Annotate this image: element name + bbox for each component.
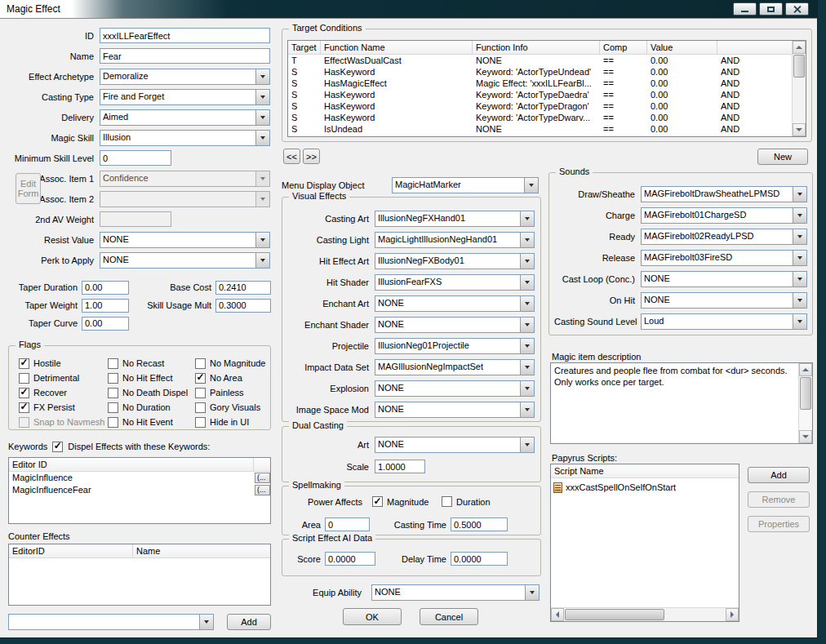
condition-row[interactable]: S HasKeyword Keyword: 'ActorTypeDwarv...…: [288, 112, 792, 123]
magic-skill-dropdown[interactable]: Illusion: [100, 130, 270, 146]
chevron-down-icon[interactable]: [520, 360, 534, 375]
flag-checkbox[interactable]: [108, 358, 118, 369]
assoc-item-2-dropdown[interactable]: [100, 191, 270, 207]
sound-dropdown[interactable]: MAGFirebolt03FireSD: [641, 250, 807, 266]
chevron-down-icon[interactable]: [525, 585, 539, 600]
sound-dropdown[interactable]: MAGFirebolt01ChargeSD: [641, 207, 807, 224]
scrollbar-thumb[interactable]: [800, 377, 811, 410]
chevron-down-icon[interactable]: [520, 381, 534, 396]
keyword-row[interactable]: MagicInfluenceFear (...: [9, 484, 270, 496]
condition-next-button[interactable]: >>: [303, 149, 320, 164]
chevron-down-icon[interactable]: [793, 251, 806, 265]
scroll-up-icon[interactable]: [799, 363, 812, 376]
column-header-name[interactable]: Name: [133, 544, 270, 557]
counter-effect-add-button[interactable]: Add: [227, 614, 271, 630]
scroll-down-icon[interactable]: [799, 430, 812, 443]
scrollbar-thumb[interactable]: [793, 55, 805, 78]
chevron-down-icon[interactable]: [524, 178, 538, 193]
visual-effect-dropdown[interactable]: IllusionNeg01Projectile: [375, 338, 535, 354]
visual-effect-dropdown[interactable]: IllusionFearFXS: [375, 274, 535, 291]
column-header-editorid[interactable]: EditorID: [9, 544, 133, 557]
script-add-button[interactable]: Add: [748, 467, 810, 483]
condition-row[interactable]: S HasKeyword Keyword: 'ActorTypeDragon' …: [288, 100, 792, 112]
chevron-down-icon[interactable]: [793, 314, 806, 329]
scroll-up-icon[interactable]: [793, 41, 806, 54]
column-header-blank[interactable]: [254, 458, 270, 471]
chevron-down-icon[interactable]: [520, 211, 534, 226]
name-input[interactable]: [100, 48, 270, 64]
sound-dropdown[interactable]: Loud: [641, 313, 807, 330]
score-input[interactable]: [325, 552, 375, 566]
visual-effect-dropdown[interactable]: MAGIllusionNegImpactSet: [375, 359, 535, 375]
delay-time-input[interactable]: [451, 552, 508, 566]
effect-archetype-dropdown[interactable]: Demoralize: [100, 69, 270, 85]
taper-duration-input[interactable]: [82, 281, 129, 295]
chevron-down-icon[interactable]: [520, 275, 534, 290]
chevron-down-icon[interactable]: [793, 272, 806, 286]
visual-effect-dropdown[interactable]: MagicLightIllusionNegHand01: [375, 232, 535, 248]
chevron-down-icon[interactable]: [255, 233, 269, 247]
column-header-script-name[interactable]: Script Name: [551, 464, 739, 477]
chevron-down-icon[interactable]: [520, 233, 534, 247]
script-remove-button[interactable]: Remove: [748, 491, 810, 508]
magnitude-checkbox[interactable]: [372, 496, 383, 507]
column-header-value[interactable]: Value: [647, 41, 717, 54]
id-input[interactable]: [100, 28, 270, 43]
chevron-down-icon[interactable]: [255, 110, 269, 125]
menu-display-object-dropdown[interactable]: MagicHatMarker: [392, 177, 539, 193]
dual-casting-scale-input[interactable]: [375, 460, 425, 473]
flag-checkbox[interactable]: [195, 402, 206, 413]
ok-button[interactable]: OK: [343, 608, 402, 625]
keyword-row[interactable]: MagicInfluence (...: [9, 472, 270, 484]
column-header-target[interactable]: Target: [288, 41, 321, 54]
flag-checkbox[interactable]: [108, 373, 118, 384]
chevron-down-icon[interactable]: [255, 69, 269, 84]
chevron-down-icon[interactable]: [199, 615, 213, 629]
visual-effect-dropdown[interactable]: IllusionNegFXBody01: [375, 253, 535, 269]
description-box[interactable]: Creatures and people flee from combat fo…: [550, 362, 813, 444]
condition-new-button[interactable]: New: [757, 149, 808, 165]
delivery-dropdown[interactable]: Aimed: [100, 109, 270, 126]
counter-effect-picker-dropdown[interactable]: [8, 614, 214, 630]
minimize-button[interactable]: [733, 2, 757, 16]
dispel-keywords-checkbox[interactable]: [52, 442, 63, 452]
flag-checkbox[interactable]: [19, 417, 29, 428]
flag-checkbox[interactable]: [108, 388, 118, 398]
scroll-down-icon[interactable]: [793, 123, 806, 136]
close-button[interactable]: [785, 2, 809, 16]
chevron-down-icon[interactable]: [255, 131, 269, 145]
perk-to-apply-dropdown[interactable]: NONE: [100, 252, 270, 269]
condition-row[interactable]: T EffectWasDualCast NONE == 0.00 AND: [288, 55, 792, 66]
casting-time-input[interactable]: [451, 517, 508, 531]
titlebar[interactable]: Magic Effect: [0, 0, 817, 19]
visual-effect-dropdown[interactable]: IllusionNegFXHand01: [375, 211, 535, 227]
minimum-skill-level-input[interactable]: [100, 150, 171, 166]
condition-row[interactable]: S IsUndead NONE == 0.00 AND: [288, 123, 792, 135]
condition-row[interactable]: S HasMagicEffect Magic Effect: 'xxxILLFe…: [288, 78, 792, 89]
chevron-down-icon[interactable]: [520, 296, 534, 311]
visual-effect-dropdown[interactable]: NONE: [375, 317, 535, 333]
dual-casting-art-dropdown[interactable]: NONE: [375, 437, 535, 453]
column-header-function-name[interactable]: Function Name: [321, 41, 473, 54]
sound-dropdown[interactable]: MAGFireboltDrawSheatheLPMSD: [641, 186, 807, 202]
base-cost-input[interactable]: [215, 281, 271, 295]
visual-effect-dropdown[interactable]: NONE: [375, 380, 535, 397]
chevron-down-icon[interactable]: [520, 318, 534, 332]
condition-row[interactable]: S HasKeyword Keyword: 'ActorTypeUndead' …: [288, 66, 792, 78]
flag-checkbox[interactable]: [195, 417, 206, 428]
condition-prev-button[interactable]: <<: [283, 149, 300, 164]
chevron-down-icon[interactable]: [793, 208, 806, 223]
scrollbar-thumb[interactable]: [565, 609, 664, 620]
casting-type-dropdown[interactable]: Fire and Forget: [100, 89, 270, 105]
conditions-scrollbar[interactable]: [792, 41, 806, 136]
area-input[interactable]: [325, 517, 370, 531]
second-av-weight-input[interactable]: [100, 211, 171, 227]
chevron-down-icon[interactable]: [793, 229, 806, 244]
chevron-down-icon[interactable]: [520, 254, 534, 269]
flag-checkbox[interactable]: [19, 388, 29, 398]
script-properties-button[interactable]: Properties: [748, 516, 810, 532]
resist-value-dropdown[interactable]: NONE: [100, 232, 270, 248]
assoc-item-1-dropdown[interactable]: Confidence: [100, 171, 270, 187]
chevron-down-icon[interactable]: [520, 402, 534, 417]
equip-ability-dropdown[interactable]: NONE: [371, 584, 540, 601]
